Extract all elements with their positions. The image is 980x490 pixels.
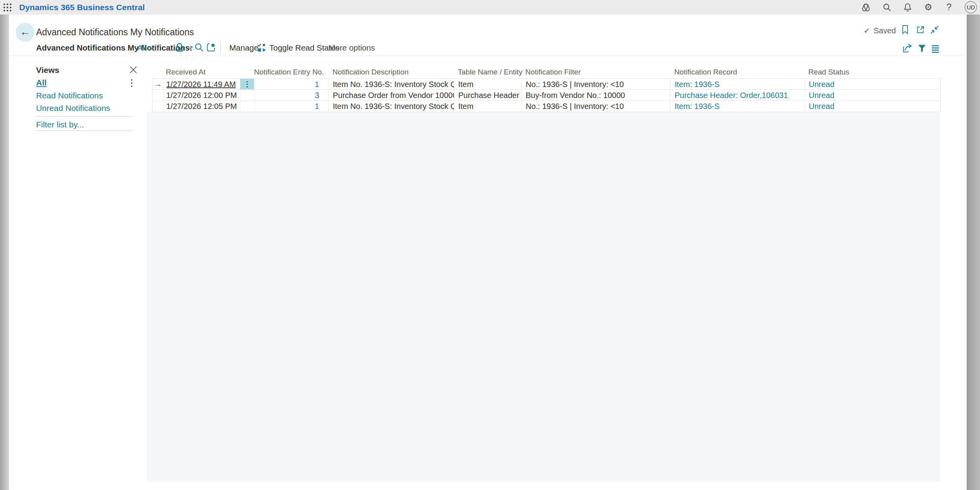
- column-header-record[interactable]: Notification Record: [674, 68, 737, 76]
- cell-description: Purchase Order from Vendor 10000: [329, 90, 454, 100]
- list-view-icon: [931, 44, 940, 53]
- help-icon[interactable]: ?: [944, 2, 954, 13]
- funnel-icon: [917, 44, 927, 53]
- toolbar-divider: [9, 56, 967, 56]
- user-avatar[interactable]: UD: [965, 1, 977, 13]
- cell-entity: Item: [454, 101, 522, 112]
- cell-entity: Purchase Header: [454, 90, 522, 100]
- check-icon: ✓: [864, 26, 870, 35]
- left-scroll-strip: [0, 15, 9, 490]
- collapse-button[interactable]: [930, 25, 939, 34]
- cell-received-at[interactable]: 1/27/2026 11:49 AM: [164, 79, 240, 89]
- cell-read-status[interactable]: Unread: [805, 90, 940, 100]
- share-icon: [902, 42, 913, 53]
- toggle-read-status-button[interactable]: Toggle Read Status: [257, 43, 339, 53]
- cell-entity: Item: [454, 79, 522, 89]
- column-header-filter[interactable]: Notification Filter: [525, 68, 581, 76]
- cell-received-at[interactable]: 1/27/2026 12:00 PM: [164, 90, 240, 100]
- sidebar-view-read-notifications[interactable]: Read Notifications: [36, 91, 103, 100]
- cell-read-status[interactable]: Unread: [805, 101, 940, 112]
- cell-read-status[interactable]: Unread: [805, 79, 940, 89]
- page-title: Advanced Notifications My Notifications: [36, 27, 194, 38]
- filter-list-by-link[interactable]: Filter list by...: [36, 120, 84, 129]
- views-title: Views: [36, 65, 59, 75]
- row-arrow-icon: →: [154, 79, 162, 89]
- toggle-read-status-icon: [257, 43, 267, 53]
- toolbar-separator: [158, 43, 159, 53]
- saved-label: Saved: [874, 26, 896, 35]
- settings-gear-icon[interactable]: ⚙: [923, 2, 933, 13]
- search-icon: [194, 42, 204, 53]
- copilot-icon[interactable]: [861, 2, 871, 13]
- filter-button[interactable]: [917, 44, 927, 53]
- view-options-kebab-button[interactable]: [131, 79, 133, 87]
- row-menu-button[interactable]: [240, 79, 254, 89]
- cell-received-at[interactable]: 1/27/2026 12:05 PM: [164, 101, 240, 112]
- cell-record-link[interactable]: Purchase Header: Order,106031: [671, 90, 805, 100]
- toolbar-separator: [320, 43, 321, 53]
- list-backdrop: [147, 112, 940, 481]
- kebab-menu-icon: [246, 81, 248, 88]
- copilot-menu-button[interactable]: [174, 42, 193, 53]
- cell-entry-no[interactable]: 1: [254, 101, 329, 112]
- toolbar-separator: [220, 43, 221, 53]
- table-row[interactable]: 1/27/2026 12:00 PM 3 Purchase Order from…: [152, 90, 940, 101]
- row-indicator: [152, 101, 164, 112]
- column-header-entity[interactable]: Table Name / Entity: [458, 68, 523, 76]
- list-view-button[interactable]: [931, 44, 940, 53]
- close-icon: [129, 65, 138, 74]
- row-menu-cell: [240, 101, 254, 112]
- app-launcher-waffle-icon[interactable]: [3, 3, 12, 12]
- cell-filter: No.: 1936-S | Inventory: <10: [522, 101, 671, 112]
- divider: [36, 131, 132, 131]
- more-options-button[interactable]: More options: [328, 43, 375, 53]
- chevron-down-icon: [188, 46, 193, 49]
- app-title[interactable]: Dynamics 365 Business Central: [19, 3, 145, 12]
- notifications-bell-icon[interactable]: [902, 2, 913, 13]
- topbar: Dynamics 365 Business Central ⚙ ? UD: [0, 0, 980, 15]
- share-button[interactable]: [902, 42, 913, 53]
- column-header-read-status[interactable]: Read Status: [808, 68, 849, 76]
- close-views-button[interactable]: [129, 65, 138, 74]
- chevron-down-icon: [149, 46, 155, 50]
- open-in-new-window-button[interactable]: [916, 25, 925, 34]
- analyze-icon: [206, 42, 216, 53]
- manage-button[interactable]: Manage: [229, 43, 258, 53]
- copilot-icon: [174, 42, 185, 53]
- popout-icon: [916, 25, 925, 34]
- cell-description: Item No. 1936-S: Inventory Stock Qty <10: [329, 101, 454, 112]
- notifications-table: → 1/27/2026 11:49 AM 1 Item No. 1936-S: …: [152, 78, 941, 112]
- cell-record-link[interactable]: Item: 1936-S: [671, 101, 805, 112]
- column-header-description[interactable]: Notification Description: [332, 68, 408, 76]
- column-header-entry-no[interactable]: Notification Entry No.: [254, 68, 319, 76]
- current-row-indicator: →: [152, 79, 164, 89]
- cell-filter: No.: 1936-S | Inventory: <10: [522, 79, 671, 89]
- table-row[interactable]: 1/27/2026 12:05 PM 1 Item No. 1936-S: In…: [152, 101, 940, 112]
- column-header-received-at[interactable]: Received At: [166, 68, 205, 76]
- cell-entry-no[interactable]: 1: [254, 79, 329, 89]
- kebab-menu-icon: [131, 79, 133, 87]
- sidebar-view-all[interactable]: All: [36, 78, 47, 87]
- cell-filter: Buy-from Vendor No.: 10000: [522, 90, 671, 100]
- cell-entry-no[interactable]: 3: [254, 90, 329, 100]
- collapse-icon: [930, 25, 939, 34]
- sidebar-view-unread-notifications[interactable]: Unread Notifications: [36, 103, 110, 113]
- analyze-button[interactable]: [206, 42, 216, 53]
- saved-indicator: ✓ Saved: [864, 26, 896, 35]
- back-arrow-icon: ←: [20, 27, 31, 37]
- list-caption: Advanced Notifications My Notifications:: [36, 43, 192, 53]
- back-button[interactable]: ←: [16, 23, 34, 42]
- table-row[interactable]: → 1/27/2026 11:49 AM 1 Item No. 1936-S: …: [152, 79, 940, 90]
- cell-record-link[interactable]: Item: 1936-S: [671, 79, 805, 89]
- bookmark-button[interactable]: [900, 24, 910, 35]
- search-icon[interactable]: [882, 2, 892, 13]
- row-indicator: [152, 90, 164, 100]
- right-scrollbar-strip[interactable]: [967, 15, 980, 490]
- view-filter-all-button[interactable]: All: [137, 43, 155, 53]
- search-list-button[interactable]: [194, 42, 204, 53]
- row-menu-cell: [240, 90, 254, 100]
- divider: [36, 116, 132, 116]
- cell-description: Item No. 1936-S: Inventory Stock Qty <10: [329, 79, 454, 89]
- bookmark-icon: [900, 24, 910, 35]
